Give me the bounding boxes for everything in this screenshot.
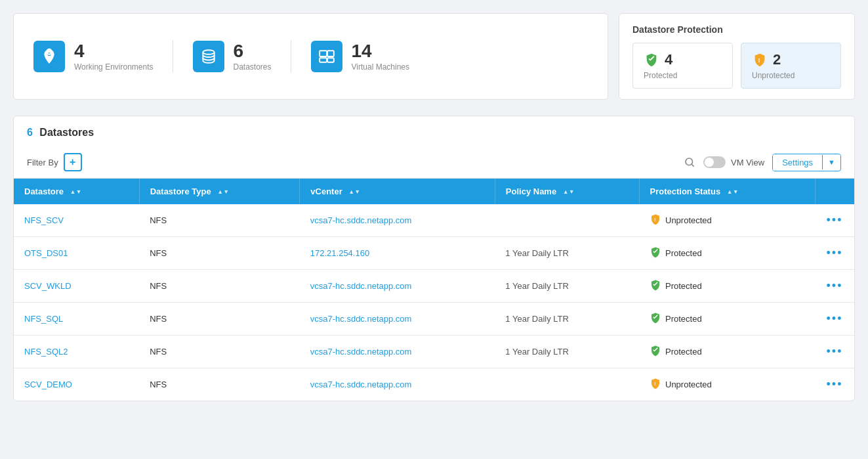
cell-vcenter: 172.21.254.160	[300, 237, 495, 270]
vcenter-link[interactable]: vcsa7-hc.sddc.netapp.com	[310, 215, 412, 225]
svg-rect-4	[327, 51, 334, 56]
svg-rect-6	[327, 58, 334, 62]
cell-actions: •••	[815, 270, 854, 303]
unprotected-icon: !	[650, 378, 661, 391]
svg-point-2	[203, 50, 214, 55]
status-text: Unprotected	[665, 380, 712, 389]
datastores-text: 6 Datastores	[234, 41, 272, 72]
add-filter-button[interactable]: +	[64, 153, 82, 171]
vcenter-link[interactable]: vcsa7-hc.sddc.netapp.com	[310, 281, 412, 291]
datastore-name[interactable]: OTS_DS01	[24, 248, 68, 258]
cell-datastore: NFS_SQL	[14, 303, 139, 336]
status-badge: Protected	[650, 312, 804, 326]
settings-dropdown-arrow[interactable]: ▼	[822, 155, 840, 169]
policy-name: 1 Year Daily LTR	[505, 347, 569, 357]
datastore-type: NFS	[150, 215, 167, 225]
working-environments-text: 4 Working Environments	[74, 41, 154, 72]
cell-datastore: NFS_SCV	[14, 204, 139, 237]
cell-vcenter: vcsa7-hc.sddc.netapp.com	[300, 336, 495, 368]
filter-by-label: Filter By	[27, 158, 58, 167]
datastore-type: NFS	[150, 314, 167, 324]
cell-vcenter: vcsa7-hc.sddc.netapp.com	[300, 204, 495, 237]
working-environments-stat: 4 Working Environments	[33, 41, 173, 72]
status-text: Protected	[665, 248, 702, 258]
col-header-policy[interactable]: Policy Name ▲▼	[495, 179, 639, 204]
row-actions-menu[interactable]: •••	[827, 213, 843, 227]
svg-text:!: !	[654, 217, 656, 223]
table-row: NFS_SQL NFS vcsa7-hc.sddc.netapp.com 1 Y…	[14, 303, 854, 336]
vcenter-link[interactable]: vcsa7-hc.sddc.netapp.com	[310, 314, 412, 324]
datastore-name[interactable]: SCV_DEMO	[24, 380, 72, 389]
datastores-icon	[193, 41, 224, 72]
cell-actions: •••	[815, 336, 854, 368]
top-section: 4 Working Environments 6 Datastores	[13, 13, 855, 100]
row-actions-menu[interactable]: •••	[827, 279, 843, 292]
col-datastore-label: Datastore	[24, 186, 64, 196]
col-header-actions	[815, 179, 854, 204]
protected-icon	[650, 312, 661, 326]
table-row: NFS_SQL2 NFS vcsa7-hc.sddc.netapp.com 1 …	[14, 336, 854, 368]
cell-policy	[495, 368, 639, 401]
settings-button[interactable]: Settings ▼	[772, 154, 841, 171]
settings-btn-label: Settings	[773, 154, 822, 171]
protected-icon	[650, 279, 661, 293]
policy-name: 1 Year Daily LTR	[505, 248, 569, 258]
row-actions-menu[interactable]: •••	[827, 345, 843, 358]
unprotected-label: Unprotected	[752, 71, 795, 80]
toolbar-right: VM View Settings ▼	[684, 154, 841, 171]
status-text: Protected	[665, 314, 702, 324]
col-type-label: Datastore Type	[150, 186, 211, 196]
datastore-name[interactable]: NFS_SQL2	[24, 347, 68, 357]
datastores-section-title: 6 Datastores	[27, 127, 841, 139]
col-header-vcenter[interactable]: vCenter ▲▼	[300, 179, 495, 204]
cell-datastore: SCV_DEMO	[14, 368, 139, 401]
col-datastore-sort[interactable]: ▲▼	[70, 189, 82, 195]
svg-point-8	[686, 158, 693, 165]
row-actions-menu[interactable]: •••	[827, 312, 843, 325]
row-actions-menu[interactable]: •••	[827, 378, 843, 391]
status-badge: Protected	[650, 345, 804, 359]
col-header-datastore[interactable]: Datastore ▲▼	[14, 179, 139, 204]
vcenter-link[interactable]: 172.21.254.160	[310, 248, 369, 258]
protected-item[interactable]: 4 Protected	[632, 43, 733, 89]
table-row: NFS_SCV NFS vcsa7-hc.sddc.netapp.com ! U…	[14, 204, 854, 237]
cell-vcenter: vcsa7-hc.sddc.netapp.com	[300, 303, 495, 336]
datastores-stat: 6 Datastores	[173, 41, 291, 72]
col-type-sort[interactable]: ▲▼	[217, 189, 229, 195]
datastore-name[interactable]: NFS_SQL	[24, 314, 63, 324]
col-status-label: Protection Status	[650, 186, 721, 196]
table-row: OTS_DS01 NFS 172.21.254.160 1 Year Daily…	[14, 237, 854, 270]
col-header-status[interactable]: Protection Status ▲▼	[639, 179, 815, 204]
col-header-type[interactable]: Datastore Type ▲▼	[139, 179, 300, 204]
datastore-name[interactable]: NFS_SCV	[24, 215, 64, 225]
svg-text:!: !	[654, 381, 656, 387]
cell-datastore: OTS_DS01	[14, 237, 139, 270]
vm-view-label: VM View	[731, 158, 764, 167]
policy-name: 1 Year Daily LTR	[505, 314, 569, 324]
protected-count: 4	[665, 51, 672, 68]
col-policy-sort[interactable]: ▲▼	[563, 189, 575, 195]
cell-vcenter: vcsa7-hc.sddc.netapp.com	[300, 368, 495, 401]
unprotected-item[interactable]: ! 2 Unprotected	[741, 43, 841, 89]
table-header-row: Datastore ▲▼ Datastore Type ▲▼ vCenter ▲…	[14, 179, 854, 204]
status-text: Unprotected	[665, 215, 712, 225]
col-status-sort[interactable]: ▲▼	[727, 189, 739, 195]
status-text: Protected	[665, 281, 702, 291]
datastore-type: NFS	[150, 380, 167, 389]
vcenter-link[interactable]: vcsa7-hc.sddc.netapp.com	[310, 380, 412, 389]
vm-view-switch[interactable]	[703, 156, 726, 168]
vm-view-toggle: VM View	[703, 156, 764, 168]
protected-shield-icon	[644, 52, 659, 68]
svg-line-9	[692, 164, 693, 166]
virtual-machines-stat: 14 Virtual Machines	[291, 41, 430, 72]
cell-type: NFS	[139, 368, 300, 401]
datastore-name[interactable]: SCV_WKLD	[24, 281, 72, 291]
col-vcenter-sort[interactable]: ▲▼	[348, 189, 360, 195]
col-policy-label: Policy Name	[506, 186, 556, 196]
search-button[interactable]	[684, 156, 695, 168]
content-header: 6 Datastores	[14, 116, 854, 139]
protection-card: Datastore Protection 4 Protected	[619, 13, 855, 100]
row-actions-menu[interactable]: •••	[827, 246, 843, 259]
vcenter-link[interactable]: vcsa7-hc.sddc.netapp.com	[310, 347, 412, 357]
col-vcenter-label: vCenter	[310, 186, 342, 196]
